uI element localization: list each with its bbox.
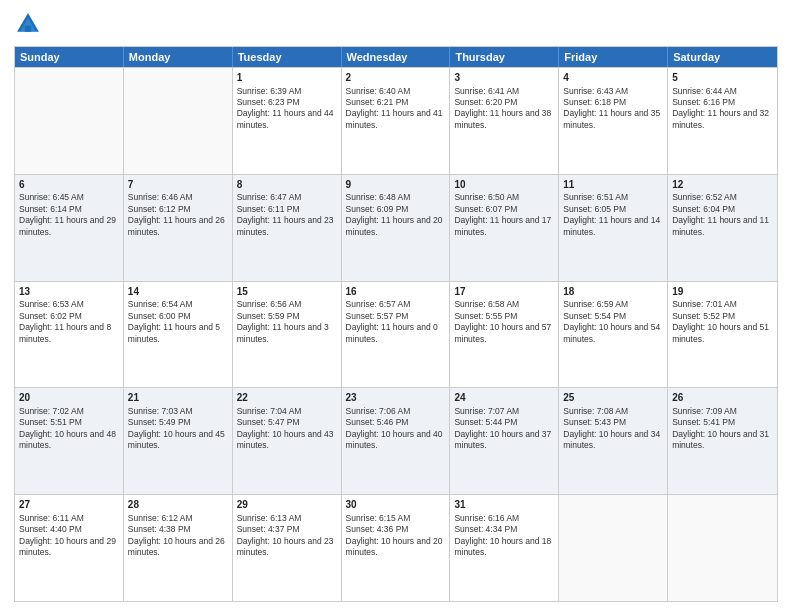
sunrise-text: Sunrise: 6:57 AM bbox=[346, 299, 411, 309]
sunrise-text: Sunrise: 6:39 AM bbox=[237, 86, 302, 96]
day-number: 23 bbox=[346, 391, 446, 405]
day-cell-21: 21Sunrise: 7:03 AMSunset: 5:49 PMDayligh… bbox=[124, 388, 233, 494]
day-cell-17: 17Sunrise: 6:58 AMSunset: 5:55 PMDayligh… bbox=[450, 282, 559, 388]
daylight-text: Daylight: 10 hours and 40 minutes. bbox=[346, 429, 443, 450]
day-number: 9 bbox=[346, 178, 446, 192]
calendar-row: 1Sunrise: 6:39 AMSunset: 6:23 PMDaylight… bbox=[15, 67, 777, 174]
day-number: 14 bbox=[128, 285, 228, 299]
sunrise-text: Sunrise: 7:06 AM bbox=[346, 406, 411, 416]
day-number: 3 bbox=[454, 71, 554, 85]
sunrise-text: Sunrise: 7:02 AM bbox=[19, 406, 84, 416]
calendar-row: 6Sunrise: 6:45 AMSunset: 6:14 PMDaylight… bbox=[15, 174, 777, 281]
day-number: 12 bbox=[672, 178, 773, 192]
weekday-header-saturday: Saturday bbox=[668, 47, 777, 67]
daylight-text: Daylight: 11 hours and 41 minutes. bbox=[346, 108, 443, 129]
day-cell-10: 10Sunrise: 6:50 AMSunset: 6:07 PMDayligh… bbox=[450, 175, 559, 281]
sunrise-text: Sunrise: 6:48 AM bbox=[346, 192, 411, 202]
sunrise-text: Sunrise: 6:46 AM bbox=[128, 192, 193, 202]
calendar-body: 1Sunrise: 6:39 AMSunset: 6:23 PMDaylight… bbox=[15, 67, 777, 601]
day-number: 2 bbox=[346, 71, 446, 85]
sunset-text: Sunset: 4:37 PM bbox=[237, 524, 300, 534]
sunset-text: Sunset: 5:52 PM bbox=[672, 311, 735, 321]
day-number: 22 bbox=[237, 391, 337, 405]
day-cell-28: 28Sunrise: 6:12 AMSunset: 4:38 PMDayligh… bbox=[124, 495, 233, 601]
sunset-text: Sunset: 6:00 PM bbox=[128, 311, 191, 321]
day-cell-29: 29Sunrise: 6:13 AMSunset: 4:37 PMDayligh… bbox=[233, 495, 342, 601]
weekday-header-sunday: Sunday bbox=[15, 47, 124, 67]
day-cell-13: 13Sunrise: 6:53 AMSunset: 6:02 PMDayligh… bbox=[15, 282, 124, 388]
day-number: 20 bbox=[19, 391, 119, 405]
sunrise-text: Sunrise: 6:11 AM bbox=[19, 513, 84, 523]
day-cell-26: 26Sunrise: 7:09 AMSunset: 5:41 PMDayligh… bbox=[668, 388, 777, 494]
day-cell-7: 7Sunrise: 6:46 AMSunset: 6:12 PMDaylight… bbox=[124, 175, 233, 281]
weekday-header-wednesday: Wednesday bbox=[342, 47, 451, 67]
day-cell-16: 16Sunrise: 6:57 AMSunset: 5:57 PMDayligh… bbox=[342, 282, 451, 388]
sunrise-text: Sunrise: 6:58 AM bbox=[454, 299, 519, 309]
sunset-text: Sunset: 6:04 PM bbox=[672, 204, 735, 214]
empty-cell bbox=[124, 68, 233, 174]
day-cell-3: 3Sunrise: 6:41 AMSunset: 6:20 PMDaylight… bbox=[450, 68, 559, 174]
day-number: 8 bbox=[237, 178, 337, 192]
sunrise-text: Sunrise: 6:15 AM bbox=[346, 513, 411, 523]
sunrise-text: Sunrise: 6:41 AM bbox=[454, 86, 519, 96]
daylight-text: Daylight: 11 hours and 20 minutes. bbox=[346, 215, 443, 236]
day-cell-20: 20Sunrise: 7:02 AMSunset: 5:51 PMDayligh… bbox=[15, 388, 124, 494]
calendar: SundayMondayTuesdayWednesdayThursdayFrid… bbox=[14, 46, 778, 602]
day-number: 30 bbox=[346, 498, 446, 512]
day-number: 5 bbox=[672, 71, 773, 85]
daylight-text: Daylight: 11 hours and 17 minutes. bbox=[454, 215, 551, 236]
day-number: 15 bbox=[237, 285, 337, 299]
daylight-text: Daylight: 10 hours and 31 minutes. bbox=[672, 429, 769, 450]
day-cell-4: 4Sunrise: 6:43 AMSunset: 6:18 PMDaylight… bbox=[559, 68, 668, 174]
sunset-text: Sunset: 6:23 PM bbox=[237, 97, 300, 107]
sunrise-text: Sunrise: 7:03 AM bbox=[128, 406, 193, 416]
day-cell-15: 15Sunrise: 6:56 AMSunset: 5:59 PMDayligh… bbox=[233, 282, 342, 388]
sunrise-text: Sunrise: 6:44 AM bbox=[672, 86, 737, 96]
day-cell-9: 9Sunrise: 6:48 AMSunset: 6:09 PMDaylight… bbox=[342, 175, 451, 281]
sunset-text: Sunset: 6:02 PM bbox=[19, 311, 82, 321]
daylight-text: Daylight: 10 hours and 57 minutes. bbox=[454, 322, 551, 343]
daylight-text: Daylight: 10 hours and 45 minutes. bbox=[128, 429, 225, 450]
day-number: 18 bbox=[563, 285, 663, 299]
day-cell-8: 8Sunrise: 6:47 AMSunset: 6:11 PMDaylight… bbox=[233, 175, 342, 281]
header bbox=[14, 10, 778, 38]
sunrise-text: Sunrise: 6:16 AM bbox=[454, 513, 519, 523]
sunrise-text: Sunrise: 6:13 AM bbox=[237, 513, 302, 523]
sunset-text: Sunset: 5:55 PM bbox=[454, 311, 517, 321]
sunrise-text: Sunrise: 6:51 AM bbox=[563, 192, 628, 202]
logo bbox=[14, 10, 46, 38]
day-cell-2: 2Sunrise: 6:40 AMSunset: 6:21 PMDaylight… bbox=[342, 68, 451, 174]
day-number: 7 bbox=[128, 178, 228, 192]
sunrise-text: Sunrise: 7:08 AM bbox=[563, 406, 628, 416]
sunset-text: Sunset: 6:18 PM bbox=[563, 97, 626, 107]
day-cell-11: 11Sunrise: 6:51 AMSunset: 6:05 PMDayligh… bbox=[559, 175, 668, 281]
day-number: 13 bbox=[19, 285, 119, 299]
sunrise-text: Sunrise: 6:40 AM bbox=[346, 86, 411, 96]
daylight-text: Daylight: 11 hours and 0 minutes. bbox=[346, 322, 438, 343]
sunrise-text: Sunrise: 7:04 AM bbox=[237, 406, 302, 416]
day-number: 31 bbox=[454, 498, 554, 512]
sunset-text: Sunset: 5:51 PM bbox=[19, 417, 82, 427]
sunset-text: Sunset: 5:57 PM bbox=[346, 311, 409, 321]
daylight-text: Daylight: 10 hours and 18 minutes. bbox=[454, 536, 551, 557]
day-number: 6 bbox=[19, 178, 119, 192]
day-number: 24 bbox=[454, 391, 554, 405]
daylight-text: Daylight: 10 hours and 26 minutes. bbox=[128, 536, 225, 557]
day-cell-18: 18Sunrise: 6:59 AMSunset: 5:54 PMDayligh… bbox=[559, 282, 668, 388]
sunset-text: Sunset: 4:34 PM bbox=[454, 524, 517, 534]
day-number: 10 bbox=[454, 178, 554, 192]
daylight-text: Daylight: 11 hours and 5 minutes. bbox=[128, 322, 220, 343]
sunset-text: Sunset: 5:47 PM bbox=[237, 417, 300, 427]
page: SundayMondayTuesdayWednesdayThursdayFrid… bbox=[0, 0, 792, 612]
day-number: 25 bbox=[563, 391, 663, 405]
daylight-text: Daylight: 10 hours and 34 minutes. bbox=[563, 429, 660, 450]
sunset-text: Sunset: 4:38 PM bbox=[128, 524, 191, 534]
calendar-row: 20Sunrise: 7:02 AMSunset: 5:51 PMDayligh… bbox=[15, 387, 777, 494]
daylight-text: Daylight: 10 hours and 20 minutes. bbox=[346, 536, 443, 557]
sunrise-text: Sunrise: 7:09 AM bbox=[672, 406, 737, 416]
day-number: 29 bbox=[237, 498, 337, 512]
daylight-text: Daylight: 11 hours and 14 minutes. bbox=[563, 215, 660, 236]
day-number: 17 bbox=[454, 285, 554, 299]
sunset-text: Sunset: 6:20 PM bbox=[454, 97, 517, 107]
day-cell-24: 24Sunrise: 7:07 AMSunset: 5:44 PMDayligh… bbox=[450, 388, 559, 494]
